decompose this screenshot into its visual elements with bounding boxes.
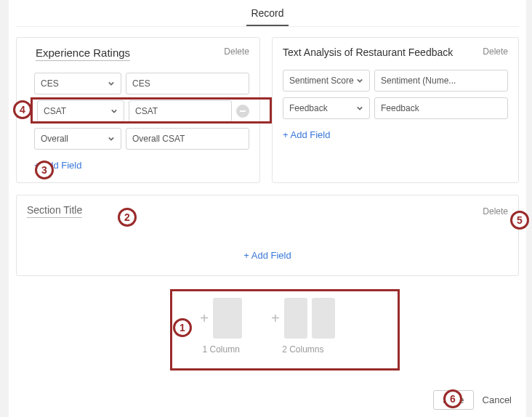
field-text[interactable]: CSAT (129, 100, 232, 122)
plus-icon: + (271, 310, 280, 327)
field-select[interactable]: CSAT (37, 100, 124, 122)
add-field-button[interactable]: + Add Field (243, 250, 291, 261)
field-text[interactable]: Sentiment (Nume... (374, 70, 508, 92)
delete-button[interactable]: Delete (483, 206, 508, 216)
add-two-columns-button[interactable]: + 2 Columns (271, 298, 335, 355)
field-select[interactable]: Overall (34, 128, 121, 150)
field-select[interactable]: CES (34, 73, 121, 94)
chevron-down-icon (356, 77, 363, 84)
card-text-analysis: Text Analysis of Restaurant Feedback Del… (272, 37, 519, 183)
column-preview-block (284, 298, 307, 339)
add-field-button[interactable]: + Add Field (283, 129, 330, 140)
field-row: CES CES (24, 73, 249, 94)
chevron-down-icon (110, 108, 118, 115)
select-label: Feedback (289, 103, 328, 113)
field-text[interactable]: Feedback (374, 97, 508, 119)
select-label: CSAT (44, 106, 66, 116)
select-label: CES (41, 78, 59, 89)
field-text[interactable]: Overall CSAT (126, 128, 249, 150)
remove-field-icon[interactable] (236, 105, 249, 118)
delete-button[interactable]: Delete (224, 46, 249, 57)
save-button[interactable]: Save (433, 390, 474, 410)
select-label: Overall (41, 134, 68, 144)
card-experience-ratings: Experience Ratings Delete CES CES ≡ CSAT (16, 37, 260, 183)
drag-handle-icon[interactable]: ≡ (24, 106, 33, 117)
column-preview-block (213, 298, 242, 339)
column-option-label: 2 Columns (282, 344, 323, 355)
card-title: Experience Ratings (36, 46, 130, 61)
add-field-button[interactable]: + Add Field (34, 160, 81, 171)
select-label: Sentiment Score (289, 76, 354, 86)
tab-bar: Record (16, 0, 519, 27)
field-row: Feedback Feedback (283, 97, 508, 119)
field-row-highlighted: ≡ CSAT CSAT (24, 100, 249, 122)
field-row: Overall Overall CSAT (24, 128, 249, 150)
add-column-area: + 1 Column + 2 Columns (16, 291, 519, 359)
chevron-down-icon (108, 135, 115, 142)
field-select[interactable]: Feedback (283, 97, 370, 119)
field-text[interactable]: CES (126, 73, 249, 94)
card-title: Text Analysis of Restaurant Feedback (283, 46, 453, 58)
field-select[interactable]: Sentiment Score (283, 70, 370, 92)
tab-record[interactable]: Record (246, 4, 288, 26)
section-title-input[interactable]: Section Title (27, 204, 82, 218)
delete-button[interactable]: Delete (483, 46, 508, 57)
cancel-button[interactable]: Cancel (483, 394, 512, 405)
card-section-title: Section Title Delete + Add Field (16, 195, 519, 276)
column-preview-block (312, 298, 335, 339)
column-option-label: 1 Column (202, 344, 239, 355)
chevron-down-icon (108, 80, 115, 87)
plus-icon: + (200, 310, 209, 327)
field-row: Sentiment Score Sentiment (Nume... (283, 70, 508, 92)
footer: Save Cancel (433, 390, 512, 410)
add-one-column-button[interactable]: + 1 Column (200, 298, 242, 355)
chevron-down-icon (356, 105, 363, 112)
